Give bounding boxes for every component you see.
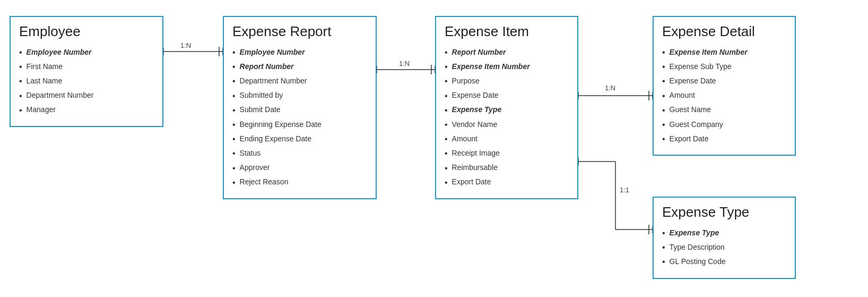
entity-expense-detail-title: Expense Detail xyxy=(662,23,786,40)
field-er-ending-expense-date: Ending Expense Date xyxy=(232,132,367,146)
relation-label-3: 1:N xyxy=(605,84,615,92)
field-et-type-description: Type Description xyxy=(662,240,786,254)
field-ei-export-date: Export Date xyxy=(445,175,569,190)
entity-expense-report: Expense Report Employee Number Report Nu… xyxy=(223,16,377,199)
field-ed-guest-company: Guest Company xyxy=(662,117,786,132)
erd-diagram: 1:N 1:N 1:N 1:1 Employee Employee Number… xyxy=(0,0,868,297)
field-ei-vendor-name: Vendor Name xyxy=(445,117,569,132)
field-er-report-number: Report Number xyxy=(232,60,367,74)
field-first-name: First Name xyxy=(19,60,154,74)
entity-employee: Employee Employee Number First Name Last… xyxy=(10,16,163,127)
field-ei-report-number: Report Number xyxy=(445,45,569,60)
field-er-beginning-expense-date: Beginning Expense Date xyxy=(232,117,367,132)
entity-employee-title: Employee xyxy=(19,23,154,40)
entity-expense-detail: Expense Detail Expense Item Number Expen… xyxy=(653,16,796,156)
field-manager: Manager xyxy=(19,103,154,117)
entity-expense-report-title: Expense Report xyxy=(232,23,367,40)
field-ei-expense-item-number: Expense Item Number xyxy=(445,60,569,74)
field-er-department-number: Department Number xyxy=(232,74,367,88)
field-department-number: Department Number xyxy=(19,89,154,103)
relation-label-1: 1:N xyxy=(180,41,191,49)
field-er-submit-date: Submit Date xyxy=(232,103,367,117)
field-ei-reimbursable: Reimbursable xyxy=(445,161,569,175)
entity-expense-item-title: Expense Item xyxy=(445,23,569,40)
field-ed-guest-name: Guest Name xyxy=(662,103,786,117)
entity-expense-type-fields: Expense Type Type Description GL Posting… xyxy=(662,226,786,269)
field-last-name: Last Name xyxy=(19,74,154,88)
field-ed-export-date: Export Date xyxy=(662,132,786,146)
field-employee-number: Employee Number xyxy=(19,45,154,60)
entity-employee-fields: Employee Number First Name Last Name Dep… xyxy=(19,45,154,117)
entity-expense-item-fields: Report Number Expense Item Number Purpos… xyxy=(445,45,569,190)
entity-expense-item: Expense Item Report Number Expense Item … xyxy=(435,16,578,199)
field-et-expense-type: Expense Type xyxy=(662,226,786,240)
field-ei-expense-type: Expense Type xyxy=(445,103,569,117)
field-ei-expense-date: Expense Date xyxy=(445,89,569,103)
field-ed-amount: Amount xyxy=(662,89,786,103)
field-er-status: Status xyxy=(232,146,367,160)
field-er-approver: Approver xyxy=(232,161,367,175)
field-er-submitted-by: Submitted by xyxy=(232,89,367,103)
entity-expense-report-fields: Employee Number Report Number Department… xyxy=(232,45,367,190)
relation-label-2: 1:N xyxy=(399,60,410,67)
entity-expense-type: Expense Type Expense Type Type Descripti… xyxy=(653,197,796,279)
field-er-reject-reason: Reject Reason xyxy=(232,175,367,190)
field-et-gl-posting-code: GL Posting Code xyxy=(662,254,786,269)
field-ed-expense-date: Expense Date xyxy=(662,74,786,88)
field-ei-purpose: Purpose xyxy=(445,74,569,88)
field-ed-expense-item-number: Expense Item Number xyxy=(662,45,786,60)
field-ed-expense-sub-type: Expense Sub Type xyxy=(662,60,786,74)
relation-label-4: 1:1 xyxy=(620,186,629,194)
entity-expense-type-title: Expense Type xyxy=(662,204,786,220)
field-er-employee-number: Employee Number xyxy=(232,45,367,60)
entity-expense-detail-fields: Expense Item Number Expense Sub Type Exp… xyxy=(662,45,786,146)
field-ei-receipt-image: Receipt Image xyxy=(445,146,569,160)
field-ei-amount: Amount xyxy=(445,132,569,146)
